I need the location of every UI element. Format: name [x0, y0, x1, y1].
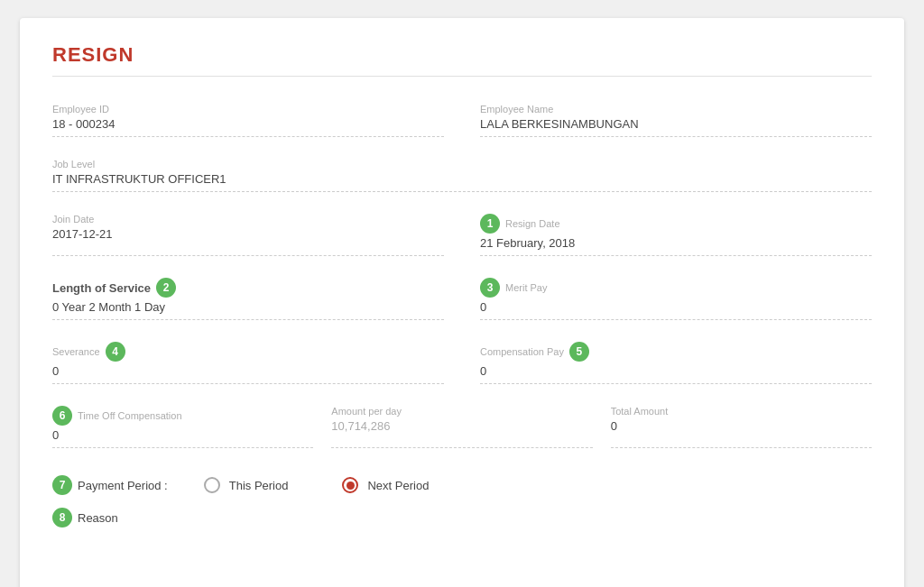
resign-form: RESIGN Employee ID 18 - 000234 Employee …: [20, 18, 904, 587]
merit-pay-field: 3 Merit Pay 0: [480, 271, 872, 320]
merit-pay-badge: 3: [480, 278, 500, 298]
title-divider: [52, 76, 872, 77]
join-date-field: Join Date 2017-12-21: [52, 206, 444, 256]
length-of-service-value: 0 Year 2 Month 1 Day: [52, 300, 444, 314]
severance-field: Severance 4 0: [52, 335, 444, 384]
employee-name-label: Employee Name: [480, 104, 872, 115]
employee-id-field: Employee ID 18 - 000234: [52, 96, 444, 137]
job-level-label: Job Level: [52, 159, 872, 170]
service-merit-row: Length of Service 2 0 Year 2 Month 1 Day…: [52, 271, 872, 331]
employee-name-value: LALA BERKESINAMBUNGAN: [480, 117, 872, 131]
date-row: Join Date 2017-12-21 1 Resign Date 21 Fe…: [52, 206, 872, 267]
compensation-pay-value: 0: [480, 364, 872, 378]
reason-textarea[interactable]: [52, 535, 872, 587]
this-period-label: This Period: [229, 479, 289, 492]
payment-period-row: 7 Payment Period : This Period Next Peri…: [52, 463, 872, 504]
length-of-service-label: Length of Service 2: [52, 278, 444, 298]
time-off-compensation-label: 6 Time Off Compensation: [52, 406, 313, 426]
compensation-pay-label: Compensation Pay 5: [480, 342, 872, 362]
total-amount-value: 0: [611, 419, 872, 433]
severance-value: 0: [52, 364, 444, 378]
merit-pay-value: 0: [480, 300, 872, 314]
severance-compensation-row: Severance 4 0 Compensation Pay 5 0: [52, 335, 872, 395]
resign-date-badge: 1: [480, 214, 500, 234]
time-off-badge: 6: [52, 406, 72, 426]
page-title: RESIGN: [52, 43, 872, 67]
total-amount-field: Total Amount 0: [611, 399, 872, 448]
job-level-row: Job Level IT INFRASTRUKTUR OFFICER1: [52, 151, 872, 203]
resign-date-field: 1 Resign Date 21 February, 2018: [480, 206, 872, 256]
amount-per-day-value: 10,714,286: [331, 419, 592, 433]
next-period-label: Next Period: [367, 479, 429, 492]
resign-date-label: 1 Resign Date: [480, 214, 872, 234]
payment-period-radio-group: This Period Next Period: [204, 477, 430, 493]
compensation-pay-badge: 5: [569, 342, 589, 362]
amount-per-day-label: Amount per day: [331, 406, 592, 417]
payment-period-label: 7 Payment Period :: [52, 475, 168, 495]
resign-date-value: 21 February, 2018: [480, 236, 872, 250]
reason-badge: 8: [52, 508, 72, 527]
time-off-compensation-field: 6 Time Off Compensation 0: [52, 399, 313, 448]
merit-pay-label: 3 Merit Pay: [480, 278, 872, 298]
compensation-pay-field: Compensation Pay 5 0: [480, 335, 872, 384]
reason-row: 8 Reason: [52, 508, 872, 527]
length-of-service-field: Length of Service 2 0 Year 2 Month 1 Day: [52, 271, 444, 320]
employee-name-field: Employee Name LALA BERKESINAMBUNGAN: [480, 96, 872, 137]
total-amount-label: Total Amount: [611, 406, 872, 417]
join-date-label: Join Date: [52, 214, 444, 225]
job-level-field: Job Level IT INFRASTRUKTUR OFFICER1: [52, 151, 872, 192]
severance-badge: 4: [106, 342, 125, 362]
next-period-radio-circle: [342, 477, 358, 493]
length-of-service-badge: 2: [156, 278, 176, 298]
payment-period-badge: 7: [52, 475, 72, 495]
next-period-radio[interactable]: Next Period: [342, 477, 429, 493]
this-period-radio-circle: [204, 477, 220, 493]
join-date-value: 2017-12-21: [52, 227, 444, 241]
job-level-value: IT INFRASTRUKTUR OFFICER1: [52, 172, 872, 186]
time-off-compensation-value: 0: [52, 428, 313, 442]
employee-row: Employee ID 18 - 000234 Employee Name LA…: [52, 96, 872, 148]
severance-label: Severance 4: [52, 342, 444, 362]
reason-label: Reason: [78, 511, 118, 525]
time-off-row: 6 Time Off Compensation 0 Amount per day…: [52, 399, 872, 459]
employee-id-label: Employee ID: [52, 104, 444, 115]
this-period-radio[interactable]: This Period: [204, 477, 289, 493]
employee-id-value: 18 - 000234: [52, 117, 444, 131]
amount-per-day-field: Amount per day 10,714,286: [331, 399, 592, 448]
